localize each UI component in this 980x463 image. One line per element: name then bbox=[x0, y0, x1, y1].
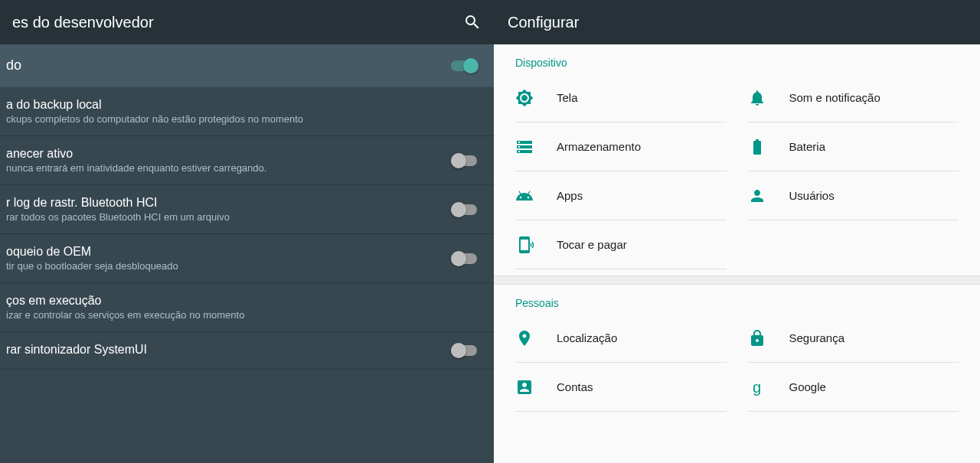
setting-toggle[interactable] bbox=[451, 251, 479, 266]
search-icon[interactable] bbox=[463, 13, 482, 31]
setting-description: nunca entrará em inatividade enquanto es… bbox=[6, 162, 451, 174]
setting-description: tir que o bootloader seja desbloqueado bbox=[6, 260, 451, 272]
left-header: es do desenvolvedor bbox=[0, 0, 494, 44]
settings-item-label: Usuários bbox=[789, 189, 835, 202]
setting-row[interactable]: rar sintonizador SystemUI bbox=[0, 332, 494, 370]
settings-item-label: Apps bbox=[557, 189, 583, 202]
setting-description: izar e controlar os serviços em execução… bbox=[6, 309, 479, 321]
settings-item-label: Bateria bbox=[789, 140, 826, 153]
lock-icon bbox=[748, 329, 766, 347]
setting-row[interactable]: a do backup localckups completos do comp… bbox=[0, 87, 494, 136]
setting-title: anecer ativo bbox=[6, 147, 451, 161]
settings-panel: Configurar DispositivoTelaSom e notifica… bbox=[494, 0, 980, 463]
setting-description: rar todos os pacotes Bluetooth HCI em um… bbox=[6, 211, 451, 223]
settings-item-label: Tocar e pagar bbox=[557, 238, 627, 251]
settings-item-label: Google bbox=[789, 380, 826, 393]
section-divider bbox=[494, 276, 980, 285]
setting-row[interactable]: ços em execuçãoizar e controlar os servi… bbox=[0, 283, 494, 332]
settings-item-battery[interactable]: Bateria bbox=[748, 122, 959, 171]
setting-title: ços em execução bbox=[6, 294, 479, 308]
settings-item-label: Som e notificação bbox=[789, 91, 880, 104]
settings-item-label: Armazenamento bbox=[557, 140, 641, 153]
settings-item-nfc[interactable]: Tocar e pagar bbox=[515, 220, 727, 269]
battery-icon bbox=[748, 138, 766, 156]
right-header: Configurar bbox=[494, 0, 980, 44]
settings-item-storage[interactable]: Armazenamento bbox=[515, 122, 727, 171]
settings-item-location[interactable]: Localização bbox=[515, 314, 727, 363]
person-icon bbox=[748, 187, 766, 205]
setting-toggle[interactable] bbox=[451, 202, 479, 217]
right-title: Configurar bbox=[508, 14, 579, 31]
settings-item-label: Contas bbox=[557, 380, 593, 393]
setting-title: r log de rastr. Bluetooth HCI bbox=[6, 196, 451, 210]
setting-description: ckups completos do computador não estão … bbox=[6, 113, 479, 125]
setting-row[interactable]: oqueio de OEMtir que o bootloader seja d… bbox=[0, 234, 494, 283]
settings-item-google[interactable]: Google bbox=[748, 363, 959, 412]
storage-icon bbox=[515, 138, 534, 156]
setting-title: a do backup local bbox=[6, 98, 479, 112]
section-title: Dispositivo bbox=[515, 57, 959, 69]
google-icon bbox=[748, 378, 766, 396]
setting-row[interactable]: r log de rastr. Bluetooth HCIrar todos o… bbox=[0, 185, 494, 234]
apps-icon bbox=[515, 187, 534, 205]
setting-title: oqueio de OEM bbox=[6, 245, 451, 259]
settings-item-bell[interactable]: Som e notificação bbox=[748, 73, 959, 122]
settings-item-label: Tela bbox=[557, 91, 578, 104]
master-toggle-row[interactable]: do bbox=[0, 44, 494, 87]
brightness-icon bbox=[515, 89, 534, 107]
setting-toggle[interactable] bbox=[451, 153, 479, 168]
setting-title: rar sintonizador SystemUI bbox=[6, 343, 451, 357]
section-title: Pessoais bbox=[515, 297, 959, 309]
left-title: es do desenvolvedor bbox=[12, 14, 154, 31]
settings-item-account[interactable]: Contas bbox=[515, 363, 727, 412]
settings-item-label: Localização bbox=[557, 331, 617, 344]
settings-item-person[interactable]: Usuários bbox=[748, 171, 959, 220]
account-icon bbox=[515, 378, 534, 396]
settings-item-lock[interactable]: Segurança bbox=[748, 314, 959, 363]
setting-row[interactable]: anecer ativonunca entrará em inatividade… bbox=[0, 136, 494, 185]
setting-toggle[interactable] bbox=[451, 343, 479, 358]
location-icon bbox=[515, 329, 534, 347]
master-toggle[interactable] bbox=[451, 58, 479, 73]
settings-item-apps[interactable]: Apps bbox=[515, 171, 727, 220]
settings-item-brightness[interactable]: Tela bbox=[515, 73, 727, 122]
nfc-icon bbox=[515, 236, 534, 254]
settings-item-label: Segurança bbox=[789, 331, 845, 344]
bell-icon bbox=[748, 89, 766, 107]
settings-section: DispositivoTelaSom e notificaçãoArmazena… bbox=[494, 44, 980, 276]
settings-section: PessoaisLocalizaçãoSegurançaContasGoogle bbox=[494, 285, 980, 418]
master-toggle-label: do bbox=[6, 57, 21, 73]
developer-options-panel: es do desenvolvedor do a do backup local… bbox=[0, 0, 494, 463]
